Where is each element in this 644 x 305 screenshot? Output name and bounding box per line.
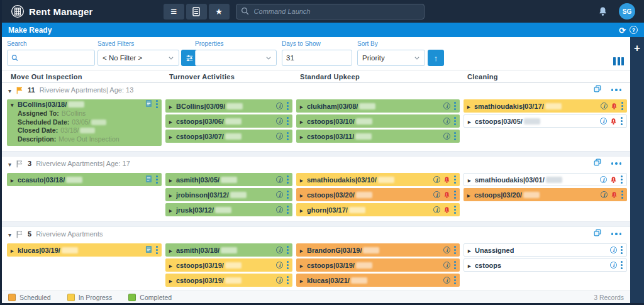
user-avatar[interactable]: SG bbox=[619, 3, 635, 19]
help-icon[interactable] bbox=[630, 26, 638, 34]
info-icon[interactable] bbox=[443, 247, 450, 253]
notifications-bell-icon[interactable] bbox=[598, 6, 608, 16]
task-card[interactable]: asmith|03/05/ bbox=[165, 173, 292, 186]
info-icon[interactable] bbox=[433, 191, 440, 198]
sort-by-dropdown[interactable]: Priority bbox=[357, 50, 425, 66]
command-launch-input[interactable] bbox=[236, 4, 425, 19]
kebab-menu-icon[interactable] bbox=[620, 260, 623, 270]
task-card[interactable]: jrusk|03/12/ bbox=[165, 203, 292, 216]
info-icon[interactable] bbox=[443, 262, 450, 269]
task-card[interactable]: cstoops|03/19/ bbox=[165, 274, 292, 287]
task-card[interactable]: cstoops|03/20/ bbox=[464, 188, 627, 201]
kebab-menu-icon[interactable] bbox=[286, 116, 289, 126]
task-card[interactable]: klucas|03/21/ bbox=[296, 274, 460, 287]
kebab-menu-icon[interactable] bbox=[621, 101, 624, 111]
info-icon[interactable] bbox=[443, 277, 450, 284]
task-card[interactable]: cstoops|03/10/ bbox=[296, 114, 460, 128]
task-card[interactable]: smathioudakis|03/01/ bbox=[464, 173, 627, 186]
task-card[interactable]: BrandonG|03/19/ bbox=[296, 243, 460, 257]
command-launch-search[interactable] bbox=[236, 4, 425, 19]
group-header[interactable]: 5 Riverview Apartments bbox=[2, 227, 630, 241]
properties-dropdown[interactable] bbox=[195, 50, 277, 66]
task-card[interactable]: ccasuto|03/18/ bbox=[7, 173, 162, 186]
task-card[interactable]: cstoops|03/11/ bbox=[296, 130, 460, 143]
task-card[interactable]: clukiham|03/08/ bbox=[296, 99, 460, 113]
task-card[interactable]: smathioudakis|03/17/ bbox=[464, 99, 627, 113]
task-card[interactable]: BCollins|03/18/ Assigned To: BCollins Sc… bbox=[7, 99, 162, 146]
app-logo[interactable]: Rent Manager bbox=[11, 4, 93, 18]
kebab-menu-icon[interactable] bbox=[286, 190, 289, 199]
kebab-menu-icon[interactable] bbox=[453, 190, 457, 199]
refresh-icon[interactable] bbox=[619, 25, 626, 36]
info-icon[interactable] bbox=[610, 247, 617, 253]
info-icon[interactable] bbox=[276, 176, 283, 183]
hamburger-menu-button[interactable] bbox=[164, 4, 184, 19]
group-header[interactable]: 3 Riverview Apartments| Age: 17 bbox=[2, 157, 630, 170]
favorites-button[interactable] bbox=[209, 4, 230, 19]
kebab-menu-icon[interactable] bbox=[286, 101, 289, 111]
task-card[interactable]: Unassigned bbox=[464, 243, 627, 257]
task-card[interactable]: cstoops|03/19/ bbox=[296, 258, 460, 272]
kebab-menu-icon[interactable] bbox=[453, 245, 457, 255]
info-icon[interactable] bbox=[276, 103, 283, 109]
task-card[interactable]: jrobinson|03/12/ bbox=[165, 188, 292, 201]
task-card[interactable]: ghorn|03/17/ bbox=[296, 203, 460, 216]
search-input[interactable] bbox=[18, 50, 94, 65]
info-icon[interactable] bbox=[276, 247, 283, 253]
clipboard-icon[interactable] bbox=[145, 245, 152, 255]
info-icon[interactable] bbox=[443, 133, 450, 140]
info-icon[interactable] bbox=[610, 262, 617, 269]
kebab-menu-icon[interactable] bbox=[155, 245, 158, 255]
task-card[interactable]: smathioudakis|03/10/ bbox=[296, 173, 460, 186]
kebab-menu-icon[interactable] bbox=[620, 116, 623, 126]
info-icon[interactable] bbox=[443, 118, 450, 125]
more-options-icon[interactable] bbox=[611, 89, 622, 91]
add-button[interactable] bbox=[634, 43, 640, 54]
info-icon[interactable] bbox=[600, 118, 607, 125]
kebab-menu-icon[interactable] bbox=[286, 131, 289, 141]
duplicate-icon[interactable] bbox=[593, 84, 602, 96]
info-icon[interactable] bbox=[276, 133, 283, 140]
kebab-menu-icon[interactable] bbox=[286, 175, 289, 184]
task-card[interactable]: cstoops|03/19/ bbox=[165, 258, 292, 272]
kebab-menu-icon[interactable] bbox=[286, 245, 289, 255]
kebab-menu-icon[interactable] bbox=[453, 260, 457, 270]
info-icon[interactable] bbox=[443, 103, 450, 109]
info-icon[interactable] bbox=[276, 191, 283, 198]
duplicate-icon[interactable] bbox=[593, 158, 602, 169]
more-options-icon[interactable] bbox=[611, 233, 622, 235]
kebab-menu-icon[interactable] bbox=[621, 190, 624, 199]
info-icon[interactable] bbox=[601, 191, 608, 198]
task-card[interactable]: cstoops|03/07/ bbox=[165, 130, 292, 143]
kebab-menu-icon[interactable] bbox=[155, 175, 158, 184]
task-card[interactable]: klucas|03/19/ bbox=[7, 243, 162, 257]
info-icon[interactable] bbox=[276, 262, 283, 269]
reports-button[interactable] bbox=[186, 4, 207, 19]
kebab-menu-icon[interactable] bbox=[453, 131, 457, 141]
kebab-menu-icon[interactable] bbox=[453, 101, 457, 111]
task-card[interactable]: BCollins|03/09/ bbox=[165, 99, 292, 113]
kebab-menu-icon[interactable] bbox=[453, 175, 457, 184]
info-icon[interactable] bbox=[276, 277, 283, 284]
clipboard-icon[interactable] bbox=[145, 175, 152, 184]
days-to-show-field[interactable] bbox=[282, 50, 352, 66]
saved-filters-dropdown[interactable]: < No Filter > bbox=[97, 50, 179, 66]
info-icon[interactable] bbox=[600, 176, 607, 183]
task-card[interactable]: asmith|03/18/ bbox=[165, 243, 292, 257]
task-card[interactable]: cstoops bbox=[464, 258, 627, 272]
info-icon[interactable] bbox=[433, 206, 440, 213]
task-card[interactable]: cstoops|03/05/ bbox=[464, 114, 627, 128]
sort-direction-button[interactable] bbox=[428, 50, 444, 66]
info-icon[interactable] bbox=[276, 118, 283, 125]
kebab-menu-icon[interactable] bbox=[620, 245, 623, 255]
days-to-show-input[interactable] bbox=[282, 50, 352, 65]
info-icon[interactable] bbox=[433, 176, 440, 183]
task-card[interactable]: cstoops|03/06/ bbox=[165, 114, 292, 128]
task-card[interactable]: cstoops|03/20/ bbox=[296, 188, 460, 201]
kebab-menu-icon[interactable] bbox=[453, 116, 457, 126]
clipboard-icon[interactable] bbox=[145, 99, 152, 109]
info-icon[interactable] bbox=[601, 103, 608, 109]
group-header[interactable]: 11 Riverview Apartments| Age: 13 bbox=[2, 83, 630, 97]
more-options-icon[interactable] bbox=[611, 162, 622, 165]
info-icon[interactable] bbox=[276, 206, 283, 213]
